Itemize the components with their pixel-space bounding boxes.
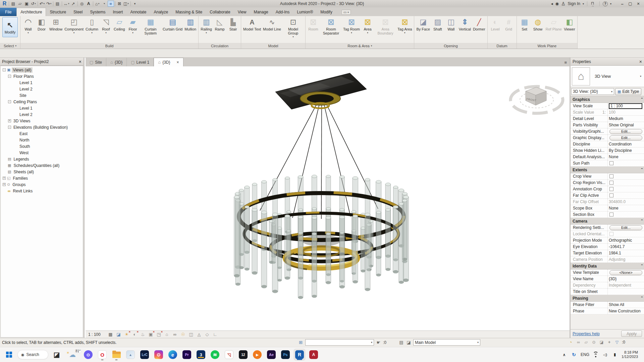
property-value[interactable]	[607, 180, 644, 186]
switch-windows-icon[interactable]: ◫▾	[123, 1, 129, 7]
taskbar-app-spotify[interactable]: ≋	[209, 349, 221, 360]
start-button[interactable]	[3, 349, 15, 360]
property-value[interactable]: Edit...	[607, 225, 644, 231]
type-selector[interactable]: ⌂ 3D View ▾	[571, 66, 644, 87]
taskbar-clock[interactable]: 8:18 PM 1/12/2023	[622, 350, 638, 359]
close-hidden-windows-icon[interactable]: ⊠	[116, 1, 123, 7]
property-value[interactable]: {3D}	[607, 276, 644, 282]
tree-item-site[interactable]: Site	[1, 92, 83, 99]
property-value[interactable]: Medium	[607, 116, 644, 122]
back-icon[interactable]: ◂	[551, 1, 553, 6]
property-value[interactable]: Edit...	[607, 135, 644, 141]
ceiling-button[interactable]: ▱Ceiling	[113, 16, 126, 32]
select-underlay-icon[interactable]: ▱	[583, 339, 589, 345]
chevron-down-icon[interactable]: ▾	[610, 2, 611, 5]
instance-selector[interactable]: 3D View: {3D} ▾	[571, 88, 614, 95]
apply-button[interactable]: Apply	[621, 330, 642, 337]
taskbar-app-media-player[interactable]: ▶	[252, 349, 263, 360]
property-value[interactable]: 1984.1	[607, 250, 644, 256]
redo-icon[interactable]: ↷▾	[46, 1, 52, 7]
close-icon[interactable]: ×	[635, 1, 642, 7]
tab-collaborate[interactable]: Collaborate	[206, 8, 234, 16]
select-links-icon[interactable]: ∞	[576, 339, 581, 345]
open-icon[interactable]: ▱	[17, 1, 23, 7]
property-value[interactable]	[607, 173, 644, 179]
shadows-off-icon[interactable]: ◐×	[131, 331, 138, 338]
edit--button[interactable]: Edit...	[609, 225, 642, 230]
edit--button[interactable]: Edit...	[609, 129, 642, 134]
section-graphics[interactable]: Graphicsˆˆ	[571, 96, 644, 103]
taskbar-app-instagram[interactable]: ⊙	[153, 349, 164, 360]
component-button[interactable]: ◰Component▾	[63, 16, 85, 35]
tab-structure[interactable]: Structure	[46, 8, 70, 16]
tab-view[interactable]: View	[234, 8, 250, 16]
view-tab-3[interactable]: ⌂{3D}×	[154, 58, 183, 66]
select-by-face-icon[interactable]: ◪	[599, 339, 604, 345]
ribbon-display-toggle-icon[interactable]: ▭▾	[341, 10, 351, 15]
rendering-dialog-icon[interactable]: ♨	[140, 331, 146, 338]
section-extents[interactable]: Extentsˆˆ	[571, 167, 644, 173]
stair-button[interactable]: ▙Stair	[226, 16, 240, 32]
drawing-area[interactable]: FRONT	[86, 66, 570, 330]
view-list-icon[interactable]: ≡	[564, 60, 570, 66]
active-design-option-select[interactable]: Main Model ▾	[413, 339, 480, 346]
save-icon[interactable]: ▣	[23, 1, 30, 7]
modify-button[interactable]: ↖Modify	[2, 17, 18, 37]
detail-level-icon[interactable]: ▩	[107, 331, 114, 338]
cart-icon[interactable]: ⊓‥	[590, 1, 596, 6]
by-face-button[interactable]: ◪By Face	[415, 16, 431, 32]
property-value[interactable]: <None>	[607, 269, 644, 276]
drag-on-selection-icon[interactable]: +	[606, 339, 612, 345]
viewer-button[interactable]: ◧Viewer	[563, 16, 576, 32]
close-icon[interactable]: ×	[177, 60, 179, 65]
tag-by-category-icon[interactable]: ◎	[79, 1, 85, 7]
view-tab-2[interactable]: ▢Level 1	[127, 58, 154, 66]
taskbar-app-app-12[interactable]: 12	[237, 349, 249, 360]
tree-expander[interactable]: +	[3, 177, 6, 180]
restore-icon[interactable]: ▢	[627, 1, 634, 7]
area-button[interactable]: ⊠Area▾	[361, 16, 374, 35]
model-text-button[interactable]: AModel Text	[242, 16, 262, 32]
taskbar-app-photoshop[interactable]: Ps	[280, 349, 291, 360]
curtain-system-button[interactable]: ▦Curtain System	[140, 16, 162, 36]
section-phasing[interactable]: Phasingˆˆ	[571, 295, 644, 302]
tab-file[interactable]: File	[0, 8, 16, 16]
property-value[interactable]: None	[607, 205, 644, 211]
select-pinned-icon[interactable]: ⊙	[591, 339, 597, 345]
checkbox[interactable]	[609, 213, 613, 217]
property-value[interactable]: 100	[607, 109, 644, 115]
door-button[interactable]: ◧Door	[35, 16, 48, 32]
tree-item-south[interactable]: South	[1, 143, 83, 149]
language-indicator[interactable]: ENG	[581, 352, 589, 357]
tab-lumion-[interactable]: Lumion®	[293, 8, 317, 16]
tree-item-views-all-[interactable]: -▣Views (all)	[1, 67, 83, 73]
tree-item-revit-links[interactable]: ∞Revit Links	[1, 188, 83, 194]
taskbar-app-chat-app[interactable]: ⊙	[83, 349, 94, 360]
analytical-model-icon[interactable]: ◬	[196, 331, 202, 338]
taskbar-app-autocad[interactable]: A	[308, 349, 319, 360]
model-group-button[interactable]: ⊡Model Group▾	[282, 16, 304, 39]
crop-view-off-icon[interactable]: ▣×	[148, 331, 154, 338]
sync-icon[interactable]: ↻	[571, 352, 577, 358]
roof-button[interactable]: ◹Roof▾	[99, 16, 113, 35]
chevron-up-icon[interactable]: ∧	[561, 352, 567, 358]
-none--button[interactable]: <None>	[609, 270, 642, 275]
section-camera[interactable]: Cameraˆˆ	[571, 218, 644, 225]
temporary-view-properties-icon[interactable]: ◫	[188, 331, 194, 338]
chevron-down-icon[interactable]: ▾	[583, 2, 584, 5]
active-workset-select[interactable]: ▾	[305, 339, 374, 346]
set-button[interactable]: ▦Set	[518, 16, 531, 32]
help-icon[interactable]: ?	[603, 1, 608, 6]
checkbox[interactable]	[609, 193, 613, 197]
file-properties-icon[interactable]: ▤	[10, 1, 16, 7]
close-icon[interactable]: ×	[79, 59, 82, 64]
unlocked-view-icon[interactable]: ⌂	[164, 331, 170, 338]
tab-annotate[interactable]: Annotate	[126, 8, 150, 16]
section-identity-data[interactable]: Identity Dataˆˆ	[571, 263, 644, 269]
tree-item-schedules-quantities-all-[interactable]: ▦Schedules/Quantities (all)	[1, 162, 83, 169]
taskbar-app-weather[interactable]: ☁☀81°	[65, 349, 80, 360]
editing-requests-icon[interactable]: ☛	[376, 340, 381, 345]
reveal-hidden-icon[interactable]: ☉	[180, 331, 186, 338]
tree-item-3d-views[interactable]: +3D Views	[1, 118, 83, 124]
tree-item-ceiling-plans[interactable]: -Ceiling Plans	[1, 99, 83, 105]
